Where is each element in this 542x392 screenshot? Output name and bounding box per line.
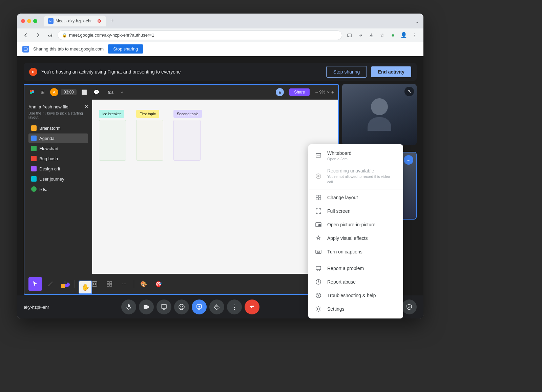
figma-timer: 03:00 <box>61 89 77 95</box>
svg-rect-6 <box>24 48 27 50</box>
hand-raise-button[interactable] <box>209 300 224 314</box>
shapes-icon <box>58 277 72 291</box>
camera-toggle-button[interactable] <box>139 300 154 314</box>
menu-item-pip[interactable]: Open picture-in-picture <box>308 218 403 231</box>
svg-point-14 <box>32 91 34 93</box>
tool-more[interactable]: ··· <box>118 277 131 291</box>
menu-item-change-layout[interactable]: Change layout <box>308 191 403 204</box>
safety-button[interactable] <box>402 300 417 314</box>
stop-sharing-button[interactable]: Stop sharing <box>326 66 367 78</box>
whiteboard-icon <box>315 152 322 159</box>
canvas-content: Ice breaker First topic Second topic <box>92 100 338 274</box>
download-icon[interactable] <box>367 30 376 40</box>
menu-item-report-abuse[interactable]: Report abuse <box>308 275 403 289</box>
tool-emoji-1[interactable]: 🎨 <box>137 277 150 291</box>
tool-shapes[interactable] <box>58 277 72 291</box>
sidebar-item-designcrit[interactable]: Design crit <box>28 164 88 173</box>
figma-comment-icon[interactable]: 💬 <box>91 87 101 97</box>
figma-menu-icon[interactable]: ⊞ <box>38 87 47 97</box>
zoom-in-icon[interactable]: + <box>331 89 334 95</box>
menu-item-settings[interactable]: Settings <box>308 302 403 316</box>
sticky-note-secondtopic[interactable]: Second topic <box>173 110 202 118</box>
svg-rect-20 <box>92 282 97 286</box>
bookmark-icon[interactable]: ☆ <box>377 30 387 40</box>
figma-logo-icon <box>28 89 35 96</box>
sidebar-item-userjourney[interactable]: User journey <box>28 174 88 184</box>
figma-bottom-toolbar: T ··· 🎨 🎯 🖐 <box>24 274 338 294</box>
menu-item-fullscreen[interactable]: Full screen <box>308 204 403 218</box>
back-button[interactable] <box>21 30 30 40</box>
cast-icon[interactable] <box>345 30 354 40</box>
mic-toggle-button[interactable] <box>121 300 136 314</box>
svg-rect-16 <box>61 284 65 288</box>
extensions-icon[interactable]: ● <box>388 30 398 40</box>
share-icon[interactable] <box>356 30 365 40</box>
sidebar-item-bugbash[interactable]: Bug bash <box>28 154 88 163</box>
end-activity-button[interactable]: End activity <box>371 66 411 77</box>
active-tab[interactable]: M Meet - aky-hzpk-ehr <box>44 16 106 26</box>
video-options-button[interactable]: ··· <box>404 155 413 165</box>
svg-rect-24 <box>107 284 109 286</box>
report-problem-icon <box>315 265 322 272</box>
emoji-button[interactable] <box>174 300 189 314</box>
sidebar-item-flowchart[interactable]: Flowchart <box>28 144 88 153</box>
url-text: meet.google.com/aky-hzpk-ehr?authuser=1 <box>69 33 154 38</box>
new-tab-button[interactable]: + <box>107 16 117 26</box>
hand-raise-icon <box>213 304 220 310</box>
figma-share-button[interactable]: Share <box>289 88 310 96</box>
video-mute-icon[interactable] <box>404 87 414 96</box>
sharing-bar: Sharing this tab to meet.google.com Stop… <box>17 42 423 56</box>
sticky-note-firsttopic[interactable]: First topic <box>136 110 159 118</box>
tab-close-icon[interactable] <box>97 18 102 24</box>
hand-cursor-icon[interactable]: 🖐 <box>79 281 92 294</box>
maximize-button[interactable] <box>33 19 37 23</box>
present-button[interactable] <box>157 300 171 314</box>
activity-button[interactable] <box>192 300 207 314</box>
figma-zoom-level[interactable]: 9% <box>319 90 330 95</box>
sticky-note-icebreaker[interactable]: Ice breaker <box>99 110 124 118</box>
figma-filename[interactable]: fds <box>108 90 113 95</box>
tool-pen[interactable] <box>43 277 57 291</box>
menu-item-report-problem[interactable]: Report a problem <box>308 262 403 275</box>
window-controls[interactable]: ⌄ <box>415 18 419 24</box>
end-call-button[interactable] <box>245 300 259 314</box>
menu-item-whiteboard[interactable]: Whiteboard Open a Jam <box>308 147 403 165</box>
tool-select[interactable] <box>28 277 42 291</box>
sidebar-item-brainstorm[interactable]: Brainstorm <box>28 123 88 133</box>
svg-rect-52 <box>319 198 321 200</box>
fullscreen-icon <box>315 208 322 214</box>
menu-item-captions[interactable]: Turn on captions <box>308 245 403 259</box>
reload-button[interactable] <box>45 30 55 40</box>
userjourney-icon <box>31 176 37 182</box>
sidebar-header: Ann, a fresh new file! × <box>28 104 88 110</box>
address-bar[interactable]: 🔒 meet.google.com/aky-hzpk-ehr?authuser=… <box>58 30 342 40</box>
tab-title: Meet - aky-hzpk-ehr <box>56 19 92 23</box>
meet-content: F You're hosting an activity using Figma… <box>17 56 423 318</box>
canvas-col-1 <box>99 120 126 161</box>
svg-point-15 <box>51 281 53 283</box>
sidebar-close-icon[interactable]: × <box>85 104 88 110</box>
close-button[interactable] <box>21 19 25 23</box>
figma-filename-chevron[interactable] <box>120 90 124 94</box>
sharing-text: Sharing this tab to meet.google.com <box>33 46 104 51</box>
zoom-out-icon[interactable]: − <box>315 89 318 95</box>
profile-icon[interactable]: 👤 <box>399 30 409 40</box>
forward-button[interactable] <box>33 30 43 40</box>
figma-layout-icon[interactable]: ⬜ <box>79 87 89 97</box>
svg-rect-54 <box>318 224 321 226</box>
svg-marker-19 <box>63 280 67 284</box>
more-options-icon[interactable]: ⋮ <box>410 30 419 40</box>
tool-emoji-2[interactable]: 🎯 <box>152 277 165 291</box>
minimize-button[interactable] <box>27 19 31 23</box>
agenda-icon <box>31 136 37 141</box>
window-collapse-icon[interactable]: ⌄ <box>415 18 419 24</box>
screen-share-icon <box>161 304 167 310</box>
stop-sharing-chrome-button[interactable]: Stop sharing <box>108 44 143 54</box>
tool-grid[interactable] <box>103 277 116 291</box>
sidebar-item-re[interactable]: Re... <box>28 184 88 194</box>
sidebar-label-flowchart: Flowchart <box>39 146 58 151</box>
more-options-button[interactable]: ⋮ <box>227 300 242 314</box>
menu-item-visual-effects[interactable]: Apply visual effects <box>308 231 403 245</box>
sidebar-item-agenda[interactable]: Agenda <box>28 133 88 143</box>
menu-item-troubleshooting[interactable]: Troubleshooting & help <box>308 289 403 302</box>
